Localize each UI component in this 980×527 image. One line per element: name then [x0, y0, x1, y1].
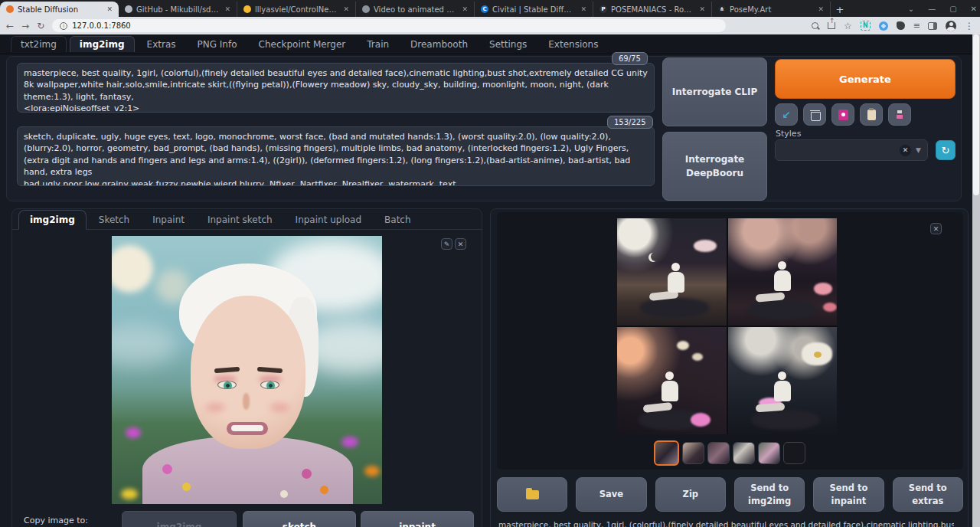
save-style-button[interactable] — [888, 103, 911, 126]
flower-blur — [126, 427, 141, 438]
close-gallery-icon[interactable]: ✕ — [930, 223, 942, 234]
tab-close-icon[interactable]: ✕ — [579, 5, 588, 13]
clear-prompt-button[interactable] — [803, 103, 826, 126]
edit-image-icon[interactable]: ✎ — [441, 238, 452, 250]
favicon — [243, 5, 251, 13]
browser-tab-posemaniacs[interactable]: P POSEMANIACS - Royalty free 3 ✕ — [593, 2, 712, 17]
subtab-inpaint-upload[interactable]: Inpaint upload — [285, 211, 372, 229]
new-tab-button[interactable]: + — [831, 2, 849, 17]
thumbnail-3[interactable] — [707, 442, 730, 464]
dark-extension-icon[interactable] — [897, 21, 905, 30]
bookmark-star-icon[interactable]: ☆ — [844, 21, 852, 31]
styles-label: Styles — [776, 129, 801, 139]
tab-close-icon[interactable]: ✕ — [223, 5, 232, 13]
thumbnail-4[interactable] — [733, 442, 755, 464]
refresh-styles-button[interactable]: ↻ — [936, 140, 956, 160]
subtab-sketch[interactable]: Sketch — [88, 211, 140, 229]
gallery-image-grid[interactable] — [617, 218, 837, 434]
img2img-source-panel: img2img Sketch Inpaint Inpaint sketch In… — [11, 208, 482, 527]
negative-prompt-input[interactable]: sketch, duplicate, ugly, huge eyes, text… — [17, 126, 655, 186]
zoom-icon[interactable] — [812, 22, 819, 30]
tab-png-info[interactable]: PNG Info — [188, 37, 247, 52]
tab-extras[interactable]: Extras — [138, 37, 185, 52]
tab-title: Stable Diffusion — [18, 5, 101, 14]
send-to-inpaint-button[interactable]: Send to inpaint — [813, 477, 884, 512]
interrogate-deepbooru-button[interactable]: Interrogate DeepBooru — [662, 132, 767, 201]
chevron-down-icon[interactable]: ⌄ — [908, 5, 914, 13]
tab-extensions[interactable]: Extensions — [539, 37, 607, 52]
tab-img2img[interactable]: img2img — [70, 36, 135, 52]
tab-settings[interactable]: Settings — [480, 37, 536, 52]
tab-txt2img[interactable]: txt2img — [11, 36, 67, 52]
zip-button[interactable]: Zip — [655, 477, 726, 512]
minimize-button[interactable]: — — [928, 5, 936, 13]
site-info-icon[interactable]: i — [60, 22, 67, 30]
floral-dot — [320, 486, 328, 494]
gallery-image-4[interactable] — [728, 327, 838, 434]
extra-networks-button[interactable] — [831, 103, 854, 126]
copy-to-img2img-button[interactable]: img2img — [122, 511, 237, 527]
gallery-image-1[interactable] — [617, 218, 727, 326]
browser-tab-github[interactable]: GitHub - Mikubill/sd-webui-con ✕ — [119, 2, 237, 17]
clear-styles-icon[interactable]: ✕ — [900, 145, 911, 156]
thumbnail-6[interactable] — [783, 442, 805, 464]
apply-styles-button[interactable] — [860, 103, 883, 126]
thumbnail-5[interactable] — [758, 442, 780, 464]
thumbnail-2[interactable] — [682, 442, 704, 464]
side-panel-icon[interactable] — [928, 22, 937, 30]
close-window-button[interactable]: ✕ — [971, 5, 977, 13]
prompt-input[interactable]: masterpiece, best quality, 1girl, (color… — [17, 63, 655, 113]
thumbnail-1-selected[interactable] — [654, 440, 679, 466]
maximize-button[interactable]: ▢ — [949, 5, 956, 13]
notion-extension-icon[interactable]: N — [861, 21, 871, 31]
gallery-image-2[interactable] — [728, 218, 838, 326]
blue-extension-icon[interactable] — [879, 21, 888, 31]
gallery-image-3[interactable] — [617, 327, 727, 434]
browser-tab-gif-converter[interactable]: Video to animated GIF converter ✕ — [356, 2, 475, 17]
back-icon[interactable]: ← — [6, 21, 14, 31]
interrogate-clip-button[interactable]: Interrogate CLIP — [662, 57, 767, 126]
reload-icon[interactable]: ↻ — [37, 21, 44, 31]
share-icon[interactable] — [828, 22, 835, 29]
tab-close-icon[interactable]: ✕ — [105, 5, 114, 13]
copy-to-inpaint-button[interactable]: inpaint — [361, 511, 474, 527]
subtab-inpaint-sketch[interactable]: Inpaint sketch — [197, 211, 283, 229]
tab-close-icon[interactable]: ✕ — [697, 5, 707, 13]
tab-checkpoint-merger[interactable]: Checkpoint Merger — [250, 37, 355, 52]
tab-close-icon[interactable]: ✕ — [460, 5, 469, 13]
subtab-img2img[interactable]: img2img — [18, 210, 87, 230]
page-scrollbar[interactable] — [972, 34, 980, 527]
tab-train[interactable]: Train — [358, 37, 398, 52]
save-button[interactable]: Save — [576, 477, 646, 512]
generate-button[interactable]: Generate — [775, 59, 956, 99]
browser-tab-stable-diffusion[interactable]: Stable Diffusion ✕ — [0, 2, 119, 17]
browser-tab-controlnet[interactable]: lllyasviel/ControlNet at main ✕ — [237, 2, 356, 17]
tab-close-icon[interactable]: ✕ — [816, 5, 825, 13]
reading-list-icon[interactable]: ≡ — [913, 21, 920, 31]
forward-icon[interactable]: → — [21, 21, 29, 31]
paste-params-button[interactable]: ↙ — [775, 103, 798, 126]
address-bar[interactable]: i 127.0.0.1:7860 — [52, 19, 726, 32]
flower — [677, 341, 689, 350]
source-image[interactable] — [112, 236, 382, 504]
open-folder-button[interactable] — [497, 477, 567, 512]
profile-avatar[interactable] — [946, 21, 956, 31]
copy-to-sketch-button[interactable]: sketch — [243, 511, 356, 527]
subtab-batch[interactable]: Batch — [374, 211, 422, 229]
tab-close-icon[interactable]: ✕ — [341, 5, 351, 13]
remove-image-icon[interactable]: ✕ — [455, 238, 466, 250]
tab-title: Video to animated GIF converter — [374, 5, 456, 14]
send-to-img2img-button[interactable]: Send to img2img — [734, 477, 805, 512]
rock — [640, 298, 709, 318]
dropdown-caret-icon: ▼ — [916, 146, 921, 154]
tab-dreambooth[interactable]: Dreambooth — [401, 37, 477, 52]
figure — [668, 272, 684, 293]
send-to-extras-button[interactable]: Send to extras — [893, 477, 963, 512]
url-text[interactable]: 127.0.0.1:7860 — [72, 21, 131, 30]
styles-dropdown[interactable]: ✕ ▼ — [775, 139, 928, 161]
browser-tab-civitai[interactable]: C Civitai | Stable Diffusion model ✕ — [475, 2, 593, 17]
browser-menu-icon[interactable]: ⋮ — [965, 21, 974, 31]
scrollbar-thumb[interactable] — [973, 34, 979, 195]
browser-tab-posemyart[interactable]: ⋔ PoseMy.Art ✕ — [712, 2, 831, 17]
subtab-inpaint[interactable]: Inpaint — [142, 211, 195, 229]
